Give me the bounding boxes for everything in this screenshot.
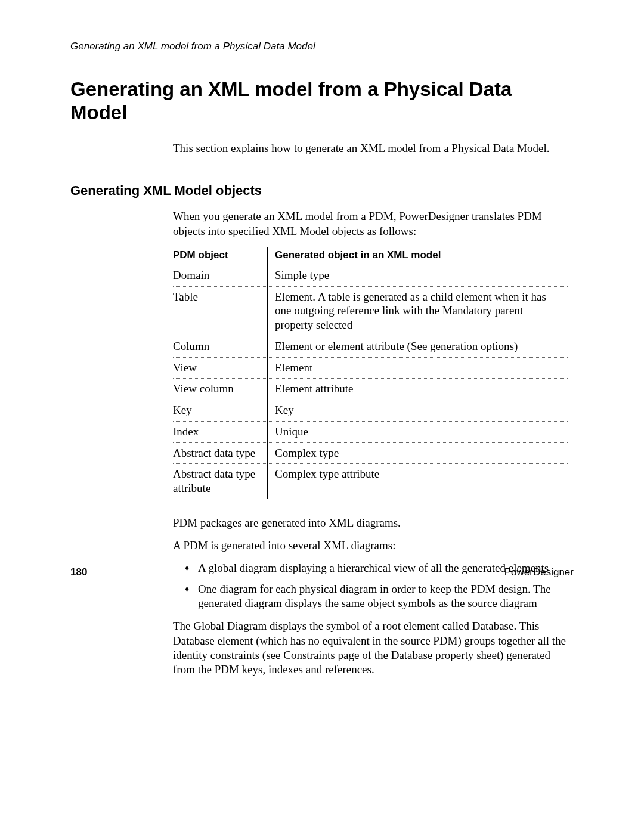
- section-intro: When you generate an XML model from a PD…: [173, 209, 568, 239]
- table-row: ColumnElement or element attribute (See …: [173, 336, 568, 357]
- cell-pdm: View column: [173, 379, 268, 400]
- table-row: IndexUnique: [173, 421, 568, 442]
- page-footer: 180 PowerDesigner: [70, 566, 574, 578]
- cell-xml: Unique: [268, 421, 568, 442]
- intro-paragraph: This section explains how to generate an…: [173, 141, 568, 156]
- table-row: View columnElement attribute: [173, 379, 568, 400]
- cell-xml: Simple type: [268, 265, 568, 286]
- running-head: Generating an XML model from a Physical …: [70, 41, 574, 55]
- cell-xml: Element. A table is generated as a child…: [268, 286, 568, 336]
- cell-xml: Key: [268, 400, 568, 422]
- table-header-pdm: PDM object: [173, 247, 268, 265]
- page-number: 180: [70, 566, 87, 578]
- cell-xml: Element: [268, 357, 568, 379]
- table-row: Abstract data type attributeComplex type…: [173, 464, 568, 499]
- table-row: KeyKey: [173, 400, 568, 422]
- cell-xml: Complex type attribute: [268, 464, 568, 499]
- cell-pdm: Abstract data type attribute: [173, 464, 268, 499]
- body-column: When you generate an XML model from a PD…: [173, 209, 568, 677]
- cell-xml: Complex type: [268, 442, 568, 464]
- table-row: ViewElement: [173, 357, 568, 379]
- cell-pdm: Index: [173, 421, 268, 442]
- table-header-row: PDM object Generated object in an XML mo…: [173, 247, 568, 265]
- paragraph: The Global Diagram displays the symbol o…: [173, 619, 568, 677]
- cell-pdm: Key: [173, 400, 268, 422]
- cell-xml: Element attribute: [268, 379, 568, 400]
- cell-pdm: Domain: [173, 265, 268, 286]
- cell-pdm: View: [173, 357, 268, 379]
- table-row: Abstract data typeComplex type: [173, 442, 568, 464]
- page: Generating an XML model from a Physical …: [0, 0, 644, 833]
- list-item: One diagram for each physical diagram in…: [185, 582, 568, 611]
- table-header-xml: Generated object in an XML model: [268, 247, 568, 265]
- pdm-to-xml-table: PDM object Generated object in an XML mo…: [173, 247, 568, 499]
- table-row: DomainSimple type: [173, 265, 568, 286]
- table-row: TableElement. A table is generated as a …: [173, 286, 568, 336]
- paragraph: PDM packages are generated into XML diag…: [173, 516, 568, 530]
- cell-pdm: Table: [173, 286, 268, 336]
- cell-pdm: Column: [173, 336, 268, 357]
- body-column: This section explains how to generate an…: [173, 141, 568, 156]
- cell-xml: Element or element attribute (See genera…: [268, 336, 568, 357]
- cell-pdm: Abstract data type: [173, 442, 268, 464]
- product-name: PowerDesigner: [504, 566, 574, 578]
- section-heading: Generating XML Model objects: [70, 183, 574, 199]
- paragraph: A PDM is generated into several XML diag…: [173, 538, 568, 553]
- page-title: Generating an XML model from a Physical …: [70, 78, 574, 125]
